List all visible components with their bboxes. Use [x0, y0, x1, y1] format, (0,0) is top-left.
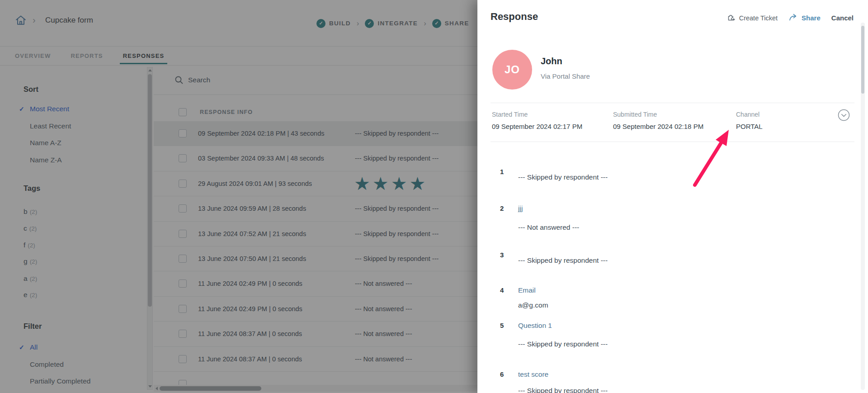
panel-actions: Create Ticket Share Cancel [727, 13, 854, 23]
question-answer: a@g.com [518, 301, 548, 309]
create-ticket-icon [727, 13, 736, 23]
share-button[interactable]: Share [788, 13, 821, 23]
question-title: test score [518, 370, 548, 379]
question-number: 1 [500, 168, 504, 175]
cancel-label: Cancel [831, 14, 854, 22]
divider [491, 142, 854, 142]
respondent-avatar: JO [492, 50, 532, 90]
question-answer: --- Skipped by respondent --- [518, 256, 608, 265]
question-answer: --- Not answered --- [518, 223, 579, 232]
panel-scrollbar[interactable] [861, 23, 865, 390]
question-answer: --- Skipped by respondent --- [518, 387, 608, 393]
submitted-time-label: Submitted Time [613, 111, 657, 118]
cancel-button[interactable]: Cancel [831, 14, 854, 22]
question-number: 3 [500, 251, 504, 259]
started-time-value: 09 September 2024 02:17 PM [492, 123, 582, 130]
create-ticket-button[interactable]: Create Ticket [727, 13, 778, 23]
channel-label: Channel [736, 111, 760, 118]
question-answer: --- Skipped by respondent --- [518, 173, 608, 181]
annotation-arrow-icon [477, 0, 868, 393]
response-detail-panel: Response Create Ticket Sh [477, 0, 868, 393]
question-number: 6 [500, 370, 504, 378]
screen: › Cupcake form ✓ BUILD › ✓ INTEGRATE › ✓… [0, 0, 868, 393]
share-label: Share [802, 14, 821, 22]
channel-value: PORTAL [736, 123, 763, 130]
respondent-channel-note: Via Portal Share [541, 72, 590, 80]
question-answer: --- Skipped by respondent --- [518, 340, 608, 348]
submitted-time-value: 09 September 2024 02:18 PM [613, 123, 703, 130]
respondent-name: John [541, 56, 562, 66]
scrollbar-thumb[interactable] [861, 26, 864, 94]
started-time-label: Started Time [492, 111, 528, 118]
modal-backdrop[interactable] [0, 0, 477, 393]
panel-title: Response [491, 11, 538, 23]
collapse-meta-button[interactable] [838, 109, 850, 121]
question-title: Email [518, 286, 536, 294]
question-title: Question 1 [518, 322, 552, 330]
question-number: 2 [500, 204, 504, 212]
create-ticket-label: Create Ticket [739, 14, 778, 22]
question-number: 5 [500, 322, 504, 329]
question-title: jjj [518, 204, 523, 213]
share-arrow-icon [788, 13, 798, 23]
question-number: 4 [500, 286, 504, 294]
divider [491, 103, 854, 103]
